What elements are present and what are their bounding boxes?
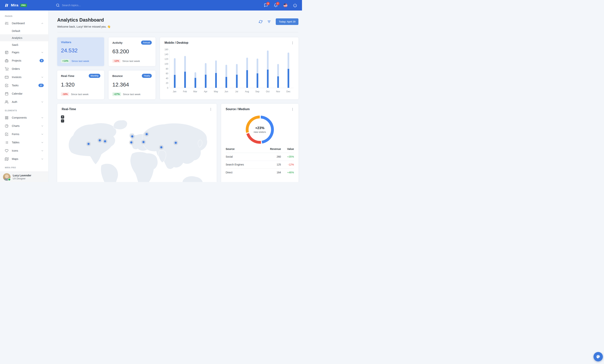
- map-zoom-in-button[interactable]: +: [61, 115, 64, 119]
- sidebar-item-invoices[interactable]: Invoices: [0, 73, 48, 81]
- brand[interactable]: Mira PRO: [0, 3, 48, 8]
- sidebar-section-label: PAGES: [0, 12, 48, 19]
- map-marker[interactable]: [88, 143, 90, 145]
- sidebar-item-icons[interactable]: Icons: [0, 147, 48, 155]
- sidebar-item-components[interactable]: Components: [0, 113, 48, 122]
- map-marker[interactable]: [146, 133, 148, 136]
- bar-chart: 020406080100120140160 JanFebMarAprMayJun…: [160, 45, 298, 99]
- chevron-down-icon: [41, 51, 44, 54]
- sidebar-item-projects[interactable]: Projects8: [0, 56, 48, 65]
- bar-may[interactable]: [211, 60, 221, 88]
- bar-aug[interactable]: [242, 58, 252, 88]
- filter-icon[interactable]: [267, 20, 271, 24]
- y-tick-label: 0: [167, 87, 168, 89]
- sidebar-item-dashboard[interactable]: Dashboard: [0, 19, 48, 27]
- sidebar-item-label: Tasks: [12, 84, 38, 87]
- kebab-menu-icon[interactable]: [209, 108, 213, 111]
- sidebar-item-saas[interactable]: SaaS: [0, 41, 48, 48]
- bar-segment-desktop: [215, 60, 217, 73]
- bar-segment-desktop: [205, 63, 207, 75]
- map-marker[interactable]: [130, 141, 133, 144]
- sidebar-item-default[interactable]: Default: [0, 27, 48, 34]
- stat-title: Bounce: [112, 74, 123, 77]
- power-icon[interactable]: [293, 3, 297, 7]
- map-zoom-out-button[interactable]: -: [61, 119, 64, 123]
- stat-note: Since last week: [122, 60, 140, 63]
- stat-delta-badge: -18%: [61, 92, 69, 96]
- refresh-icon[interactable]: [259, 20, 263, 24]
- stat-period-badge[interactable]: Annual: [141, 40, 152, 45]
- sidebar-section-label: ELEMENTS: [0, 106, 48, 113]
- sidebar-item-forms[interactable]: Forms: [0, 130, 48, 138]
- bar-apr[interactable]: [201, 63, 211, 88]
- messages-button[interactable]: 3: [264, 3, 268, 7]
- sidebar-item-tasks[interactable]: Tasks17: [0, 81, 48, 89]
- sidebar: PAGESDashboardDefaultAnalyticsSaaSPagesP…: [0, 11, 48, 182]
- user-role: UX Designer: [13, 177, 31, 180]
- bar-jul[interactable]: [231, 64, 242, 88]
- sidebar-item-maps[interactable]: Maps: [0, 155, 48, 163]
- sidebar-item-charts[interactable]: Charts: [0, 122, 48, 130]
- bar-mar[interactable]: [190, 72, 201, 88]
- bar-dec[interactable]: [283, 52, 294, 88]
- brand-name: Mira: [11, 3, 18, 7]
- stats-and-chart-grid: Visitors 24.532 +14% Since last week Act…: [57, 37, 298, 99]
- bar-jun[interactable]: [221, 65, 231, 88]
- x-tick-label: Sep: [252, 90, 263, 93]
- chevron-down-icon: [41, 158, 44, 160]
- notifications-button[interactable]: 7: [274, 3, 278, 7]
- search-input[interactable]: [62, 4, 122, 7]
- stat-period-badge[interactable]: Monthly: [89, 74, 100, 78]
- sidebar-item-pages[interactable]: Pages: [0, 48, 48, 56]
- date-button[interactable]: Today: April 29: [276, 18, 298, 25]
- stat-value: 24.532: [61, 48, 100, 54]
- sidebar-item-auth[interactable]: Auth: [0, 98, 48, 106]
- y-tick-label: 40: [166, 77, 168, 80]
- chart-title: Mobile / Desktop: [164, 41, 188, 44]
- bar-oct[interactable]: [263, 50, 273, 88]
- user-name: Lucy Lavender: [13, 174, 31, 177]
- cell-revenue: 164: [260, 169, 281, 176]
- sidebar-item-label: Pages: [12, 51, 41, 54]
- sidebar-item-orders[interactable]: Orders: [0, 65, 48, 73]
- sidebar-item-tables[interactable]: Tables: [0, 138, 48, 147]
- source-medium-card: Source / Medium +23% new visitors Source…: [221, 104, 298, 182]
- donut-center: +23% new visitors: [246, 116, 274, 144]
- bar-segment-mobile: [205, 75, 207, 88]
- pro-badge: PRO: [20, 4, 27, 7]
- sidebar-item-calendar[interactable]: Calendar: [0, 89, 48, 98]
- bar-jan[interactable]: [170, 58, 180, 88]
- bar-segment-desktop: [257, 59, 258, 73]
- x-tick-label: Dec: [283, 90, 294, 93]
- map-marker[interactable]: [131, 135, 134, 138]
- sidebar-item-label: Charts: [12, 125, 41, 127]
- map-marker[interactable]: [160, 146, 163, 149]
- bar-segment-mobile: [236, 75, 238, 88]
- sidebar-item-label: Auth: [12, 100, 41, 103]
- bar-nov[interactable]: [273, 64, 283, 88]
- stat-period-badge[interactable]: Yearly: [142, 74, 152, 78]
- bar-feb[interactable]: [180, 56, 190, 88]
- sidebar-user[interactable]: Lucy Lavender UX Designer: [0, 172, 48, 182]
- map-marker[interactable]: [99, 139, 101, 142]
- x-tick-label: May: [211, 90, 221, 93]
- x-tick-label: Apr: [201, 90, 211, 93]
- sidebar-item-analytics[interactable]: Analytics: [0, 34, 48, 41]
- stat-value: 63.200: [112, 48, 152, 55]
- map-marker[interactable]: [142, 141, 145, 143]
- messages-count-badge: 3: [266, 2, 270, 5]
- page-header-text: Analytics Dashboard Welcome back, Lucy! …: [57, 17, 111, 28]
- chevron-down-icon: [41, 141, 44, 144]
- map-marker[interactable]: [104, 140, 106, 143]
- kebab-menu-icon[interactable]: [291, 108, 294, 111]
- world-map[interactable]: [57, 113, 217, 182]
- map-marker[interactable]: [175, 142, 177, 144]
- kebab-menu-icon[interactable]: [291, 41, 294, 45]
- language-flag-us[interactable]: [283, 3, 287, 7]
- navbar-search[interactable]: [56, 3, 264, 7]
- bar-sep[interactable]: [252, 59, 263, 88]
- donut-center-label: new visitors: [254, 131, 266, 133]
- bar-segment-mobile: [184, 72, 186, 88]
- chevron-down-icon: [41, 116, 44, 119]
- stat-note: Since last week: [72, 60, 89, 63]
